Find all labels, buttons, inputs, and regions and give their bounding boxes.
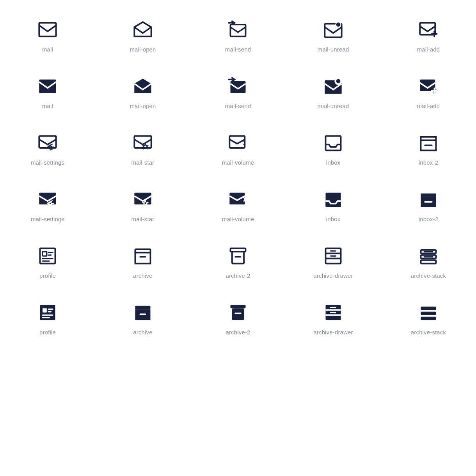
icon-cell-mail-star-filled: mail-star xyxy=(95,178,190,234)
icon-cell-mail-settings-outline: mail-settings xyxy=(0,121,95,178)
mail-settings-outline-label: mail-settings xyxy=(31,159,64,166)
svg-rect-35 xyxy=(421,260,436,264)
icon-cell-inbox-2-filled: inbox-2 xyxy=(381,178,476,234)
inbox-filled-icon xyxy=(323,189,343,210)
profile-filled-label: profile xyxy=(39,329,56,336)
mail-unread-filled-label: mail-unread xyxy=(318,103,349,109)
archive-2-outline-icon xyxy=(228,246,248,266)
svg-rect-5 xyxy=(39,80,56,93)
icon-cell-archive-2-outline: archive-2 xyxy=(190,234,286,291)
icon-cell-inbox-outline: inbox xyxy=(286,121,381,178)
icon-grid: mail mail-open mail-send xyxy=(0,0,476,355)
icon-cell-mail-filled: mail xyxy=(0,64,95,121)
svg-rect-24 xyxy=(421,194,436,197)
profile-outline-icon xyxy=(37,246,58,266)
svg-rect-31 xyxy=(232,252,244,263)
archive-filled-label: archive xyxy=(133,329,152,336)
profile-filled-icon xyxy=(37,302,58,323)
svg-rect-4 xyxy=(420,23,435,35)
archive-stack-filled-label: archive-stack xyxy=(411,329,446,336)
icon-cell-mail-settings-filled: mail-settings xyxy=(0,178,95,234)
mail-settings-filled-label: mail-settings xyxy=(31,216,64,222)
svg-point-3 xyxy=(336,22,341,27)
mail-unread-outline-icon xyxy=(323,20,343,40)
icon-cell-archive-drawer-outline: archive-drawer xyxy=(286,234,381,291)
icon-cell-archive-filled: archive xyxy=(95,291,190,347)
mail-add-outline-icon xyxy=(418,20,439,40)
icon-cell-mail-send-filled: mail-send xyxy=(190,64,286,121)
icon-cell-archive-drawer-filled: archive-drawer xyxy=(286,291,381,347)
icon-cell-mail-unread-outline: mail-unread xyxy=(286,8,381,64)
icon-cell-mail-open-outline: mail-open xyxy=(95,8,190,64)
icon-cell-archive-2-filled: archive-2 xyxy=(190,291,286,347)
svg-rect-16 xyxy=(229,136,245,148)
svg-rect-1 xyxy=(231,25,246,36)
mail-outline-icon xyxy=(37,20,58,40)
svg-point-9 xyxy=(337,80,340,83)
mail-add-filled-icon xyxy=(418,76,439,96)
mail-add-outline-label: mail-add xyxy=(417,46,440,53)
mail-volume-filled-label: mail-volume xyxy=(222,216,254,222)
icon-cell-mail-unread-filled: mail-unread xyxy=(286,64,381,121)
svg-rect-45 xyxy=(421,317,436,320)
mail-unread-outline-label: mail-unread xyxy=(318,46,349,53)
mail-star-filled-icon xyxy=(133,189,153,210)
mail-outline-label: mail xyxy=(42,46,53,53)
icon-cell-mail-add-outline: mail-add xyxy=(381,8,476,64)
inbox-2-filled-icon xyxy=(418,189,439,210)
svg-rect-38 xyxy=(135,306,151,309)
archive-drawer-filled-icon xyxy=(323,302,343,323)
mail-settings-filled-icon xyxy=(37,189,58,210)
svg-rect-27 xyxy=(43,252,47,256)
mail-settings-outline-icon xyxy=(37,133,58,153)
svg-rect-29 xyxy=(135,252,151,263)
profile-outline-label: profile xyxy=(39,272,56,279)
mail-volume-filled-icon xyxy=(228,189,248,210)
icon-cell-inbox-2-outline: inbox-2 xyxy=(381,121,476,178)
svg-rect-0 xyxy=(39,23,56,37)
svg-rect-12 xyxy=(434,87,435,94)
mail-volume-outline-icon xyxy=(228,133,248,153)
mail-star-outline-icon xyxy=(133,133,153,153)
inbox-outline-icon xyxy=(323,133,343,153)
icon-cell-inbox-filled: inbox xyxy=(286,178,381,234)
svg-rect-18 xyxy=(39,193,56,204)
archive-filled-icon xyxy=(133,302,153,323)
mail-send-outline-label: mail-send xyxy=(225,46,251,53)
icon-cell-mail-volume-outline: mail-volume xyxy=(190,121,286,178)
icon-cell-archive-stack-filled: archive-stack xyxy=(381,291,476,347)
mail-send-outline-icon xyxy=(228,20,248,40)
svg-rect-6 xyxy=(231,81,246,93)
icon-cell-mail-send-outline: mail-send xyxy=(190,8,286,64)
inbox-2-outline-icon xyxy=(418,133,439,153)
inbox-filled-label: inbox xyxy=(326,216,341,222)
icon-cell-mail-add-filled: mail-add xyxy=(381,64,476,121)
archive-outline-icon xyxy=(133,246,153,266)
archive-outline-label: archive xyxy=(133,272,152,279)
icon-cell-profile-filled: profile xyxy=(0,291,95,347)
mail-open-filled-label: mail-open xyxy=(130,103,156,109)
mail-filled-icon xyxy=(37,76,58,96)
mail-filled-label: mail xyxy=(42,103,53,109)
mail-add-filled-label: mail-add xyxy=(417,103,440,109)
mail-star-filled-label: mail-star xyxy=(131,216,155,222)
inbox-2-filled-label: inbox-2 xyxy=(419,216,438,222)
mail-volume-outline-label: mail-volume xyxy=(222,159,254,166)
archive-2-outline-label: archive-2 xyxy=(226,272,250,279)
mail-send-filled-label: mail-send xyxy=(225,103,251,109)
archive-2-filled-label: archive-2 xyxy=(226,329,250,336)
mail-open-outline-label: mail-open xyxy=(130,46,156,53)
icon-cell-mail-open-filled: mail-open xyxy=(95,64,190,121)
svg-rect-37 xyxy=(43,308,47,313)
mail-unread-filled-icon xyxy=(323,76,343,96)
svg-rect-10 xyxy=(420,80,435,91)
archive-drawer-outline-label: archive-drawer xyxy=(313,272,353,279)
icon-cell-mail-volume-filled: mail-volume xyxy=(190,178,286,234)
icon-cell-mail-outline: mail xyxy=(0,8,95,64)
icon-cell-archive-stack-outline: archive-stack xyxy=(381,234,476,291)
archive-2-filled-icon xyxy=(228,302,248,323)
archive-stack-outline-label: archive-stack xyxy=(411,272,446,279)
archive-drawer-outline-icon xyxy=(323,246,343,266)
archive-drawer-filled-label: archive-drawer xyxy=(313,329,353,336)
inbox-outline-label: inbox xyxy=(326,159,341,166)
